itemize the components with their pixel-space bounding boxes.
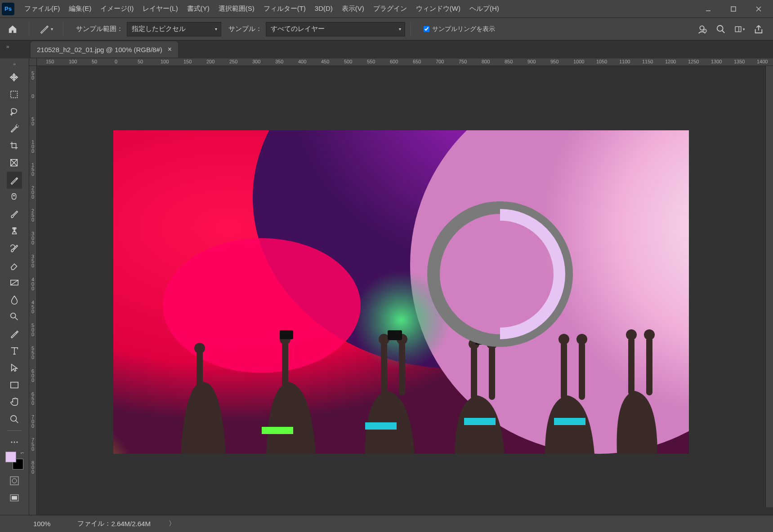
close-button[interactable] bbox=[746, 1, 771, 17]
screen-mode-button[interactable] bbox=[7, 489, 22, 506]
viewport[interactable] bbox=[37, 66, 773, 515]
svg-point-49 bbox=[559, 334, 569, 345]
svg-rect-25 bbox=[12, 496, 17, 500]
tool-history-brush[interactable] bbox=[7, 240, 22, 257]
tool-frame[interactable] bbox=[7, 155, 22, 172]
svg-rect-22 bbox=[10, 477, 18, 485]
minimize-button[interactable] bbox=[696, 1, 721, 17]
color-swatches[interactable]: ⤺ bbox=[5, 452, 23, 470]
menu-3d[interactable]: 3D(D) bbox=[310, 4, 337, 13]
tool-wand[interactable] bbox=[7, 120, 22, 137]
status-more-button[interactable]: 〉 bbox=[169, 519, 175, 528]
menu-プラグイン[interactable]: プラグイン bbox=[369, 4, 411, 13]
options-bar: ▾ サンプル範囲： 指定したピクセル サンプル： すべてのレイヤー サンプルリン… bbox=[0, 18, 773, 40]
horizontal-ruler[interactable]: 1501005005010015020025030035040045050055… bbox=[37, 58, 773, 66]
tool-crop[interactable] bbox=[7, 137, 22, 155]
collapse-tools-button[interactable]: » bbox=[0, 61, 29, 69]
canvas-area: 1501005005010015020025030035040045050055… bbox=[29, 58, 773, 515]
expand-options-button[interactable]: » bbox=[6, 44, 9, 50]
svg-rect-9 bbox=[735, 27, 741, 31]
sample-range-label: サンプル範囲： bbox=[76, 25, 123, 33]
app-logo-icon: Ps bbox=[2, 3, 14, 15]
tool-gradient[interactable] bbox=[7, 274, 22, 291]
workspace-icon[interactable]: ▾ bbox=[734, 24, 745, 35]
svg-point-32 bbox=[163, 238, 361, 373]
menu-選択範囲[interactable]: 選択範囲(S) bbox=[214, 4, 259, 13]
document-tab[interactable]: 210528_h2_02_01.jpg @ 100% (RGB/8#) × bbox=[31, 41, 178, 58]
svg-point-52 bbox=[644, 329, 655, 340]
menu-編集[interactable]: 編集(E) bbox=[64, 4, 96, 13]
tool-eyedropper[interactable] bbox=[7, 172, 22, 189]
tool-hand[interactable] bbox=[7, 394, 22, 411]
svg-line-13 bbox=[11, 280, 18, 285]
vertical-scrollbar[interactable] bbox=[765, 66, 773, 507]
menu-レイヤー[interactable]: レイヤー(L) bbox=[138, 4, 182, 13]
file-size-label: ファイル： bbox=[77, 519, 111, 528]
zoom-level[interactable]: 100% bbox=[33, 520, 50, 528]
show-sampling-ring-label: サンプルリングを表示 bbox=[432, 25, 495, 33]
sample-label: サンプル： bbox=[228, 25, 262, 33]
sample-range-dropdown[interactable]: 指定したピクセル bbox=[127, 22, 221, 36]
svg-rect-56 bbox=[464, 418, 496, 425]
vertical-ruler[interactable]: 5005010015020025030035040045050055060065… bbox=[29, 66, 37, 515]
svg-rect-11 bbox=[11, 91, 18, 98]
tool-brush[interactable] bbox=[7, 206, 22, 223]
svg-rect-53 bbox=[388, 330, 402, 340]
tool-path-select[interactable] bbox=[7, 359, 22, 377]
svg-point-17 bbox=[11, 416, 17, 421]
menu-イメージ[interactable]: イメージ(I) bbox=[96, 4, 138, 13]
svg-point-7 bbox=[717, 25, 723, 31]
menu-表示[interactable]: 表示(V) bbox=[337, 4, 369, 13]
tool-move[interactable] bbox=[7, 69, 22, 86]
tool-dodge[interactable] bbox=[7, 308, 22, 325]
ruler-origin[interactable] bbox=[29, 58, 37, 66]
menu-フィルター[interactable]: フィルター(T) bbox=[259, 4, 310, 13]
menu-bar: Ps ファイル(F)編集(E)イメージ(I)レイヤー(L)書式(Y)選択範囲(S… bbox=[0, 0, 773, 18]
menu-ファイル[interactable]: ファイル(F) bbox=[20, 4, 64, 13]
sample-dropdown[interactable]: すべてのレイヤー bbox=[266, 22, 405, 36]
maximize-button[interactable] bbox=[721, 1, 746, 17]
svg-point-19 bbox=[11, 442, 13, 443]
foreground-swatch[interactable] bbox=[5, 452, 16, 462]
tool-pen[interactable] bbox=[7, 325, 22, 342]
tool-type[interactable] bbox=[7, 342, 22, 359]
document-tab-title: 210528_h2_02_01.jpg @ 100% (RGB/8#) bbox=[37, 46, 162, 53]
tool-blur[interactable] bbox=[7, 291, 22, 308]
svg-rect-34 bbox=[282, 341, 288, 391]
swap-colors-icon[interactable]: ⤺ bbox=[21, 451, 24, 455]
svg-rect-16 bbox=[11, 382, 18, 388]
close-tab-icon[interactable]: × bbox=[168, 45, 172, 53]
tool-lasso[interactable] bbox=[7, 103, 22, 120]
more-tools-button[interactable] bbox=[7, 434, 22, 451]
tool-zoom[interactable] bbox=[7, 411, 22, 428]
svg-rect-35 bbox=[381, 341, 387, 395]
svg-point-51 bbox=[626, 329, 637, 340]
svg-point-14 bbox=[11, 313, 16, 318]
menu-書式[interactable]: 書式(Y) bbox=[183, 4, 214, 13]
svg-rect-40 bbox=[579, 341, 585, 400]
show-sampling-ring-checkbox[interactable] bbox=[424, 26, 429, 32]
share-icon[interactable] bbox=[753, 24, 764, 35]
svg-point-43 bbox=[194, 343, 205, 354]
tool-heal[interactable] bbox=[7, 189, 22, 206]
tool-eraser[interactable] bbox=[7, 257, 22, 274]
tool-rectangle[interactable] bbox=[7, 377, 22, 394]
svg-rect-58 bbox=[365, 422, 397, 430]
svg-rect-38 bbox=[489, 346, 495, 400]
svg-rect-59 bbox=[262, 427, 293, 434]
menu-ヘルプ[interactable]: ヘルプ(H) bbox=[465, 4, 504, 13]
document-image[interactable] bbox=[113, 130, 689, 454]
search-icon[interactable] bbox=[715, 24, 726, 35]
window-controls bbox=[696, 1, 771, 17]
active-tool-indicator[interactable]: ▾ bbox=[35, 24, 58, 34]
tool-marquee[interactable] bbox=[7, 86, 22, 103]
menu-ウィンドウ[interactable]: ウィンドウ(W) bbox=[411, 4, 465, 13]
cloud-profile-icon[interactable]: + bbox=[697, 24, 707, 35]
svg-rect-1 bbox=[731, 7, 736, 11]
tool-stamp[interactable] bbox=[7, 223, 22, 240]
file-size-value: 2.64M/2.64M bbox=[111, 520, 151, 528]
svg-rect-42 bbox=[646, 337, 652, 395]
home-button[interactable] bbox=[4, 21, 21, 37]
quick-mask-button[interactable] bbox=[7, 472, 22, 489]
svg-line-15 bbox=[15, 318, 18, 320]
